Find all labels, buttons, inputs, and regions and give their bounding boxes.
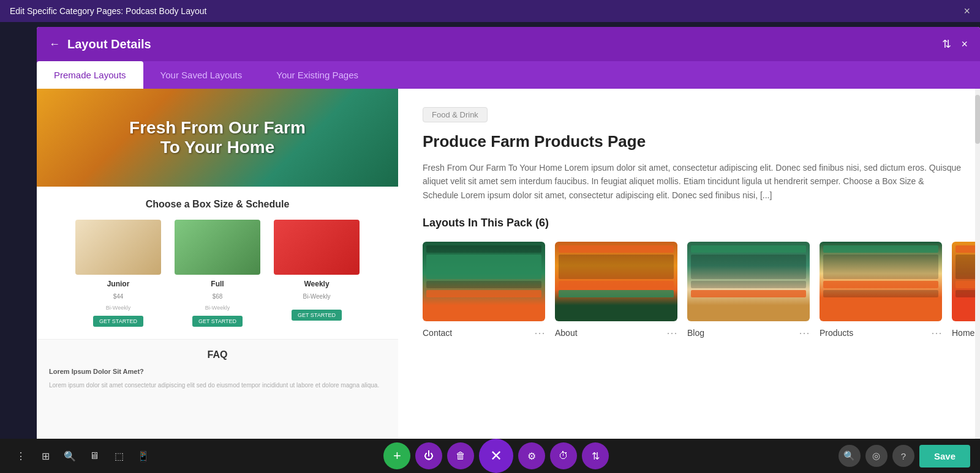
close-button[interactable]: ✕ [479, 439, 513, 473]
layout-thumb-contact: Contact ⋯ [423, 242, 545, 340]
save-button[interactable]: Save [919, 445, 970, 467]
scrollbar-thumb[interactable] [975, 95, 980, 144]
preview-box-sub-2: $68 [213, 293, 223, 300]
preview-faq-text: Lorem ipsum dolor sit amet consectetur a… [49, 381, 386, 390]
modal-header-left: ← Layout Details [49, 37, 151, 51]
title-bar-text: Edit Specific Category Pages: Podcast Bo… [10, 6, 206, 16]
preview-box-desc-2: Bi-Weekly [205, 305, 230, 311]
modal-close-icon[interactable]: × [961, 38, 968, 51]
layout-thumb-footer-about: About ⋯ [555, 326, 677, 340]
preview-hero-title: Fresh From Our Farm To Your Home [129, 118, 306, 157]
layout-preview: Fresh From Our Farm To Your Home Choose … [37, 89, 398, 439]
search-right-icon[interactable]: 🔍 [839, 445, 861, 467]
layout-name-contact: Contact [423, 328, 452, 338]
delete-button[interactable]: 🗑 [447, 442, 474, 469]
toolbar-tablet-icon[interactable]: ⬚ [108, 445, 130, 467]
preview-boxes: Junior $44 Bi-Weekly GET STARTED Full $6… [49, 220, 386, 327]
layout-thumb-footer-products: Products ⋯ [820, 326, 942, 340]
preview-box-img-2 [175, 220, 260, 275]
toolbar-grid-icon[interactable]: ⊞ [34, 445, 56, 467]
preview-box-sub-1: $44 [113, 293, 124, 300]
layout-thumb-img-blog [687, 242, 810, 321]
layout-thumb-blog: Blog ⋯ [687, 242, 810, 340]
layout-name-products: Products [820, 328, 853, 338]
category-badge: Food & Drink [423, 107, 488, 122]
bottom-toolbar: ⋮ ⊞ 🔍 🖥 ⬚ 📱 + ⏻ 🗑 ✕ ⚙ ⏱ ⇅ 🔍 ◎ ? Save [0, 439, 980, 473]
layout-thumb-img-products [820, 242, 942, 321]
pack-title: Layouts In This Pack (6) [423, 217, 962, 229]
sort-button[interactable]: ⇅ [582, 442, 609, 469]
preview-faq-subtitle: Lorem Ipsum Dolor Sit Amet? [49, 367, 386, 377]
preview-box-full: Full $68 Bi-Weekly GET STARTED [172, 220, 263, 327]
toolbar-left: ⋮ ⊞ 🔍 🖥 ⬚ 📱 [0, 445, 164, 467]
product-title: Produce Farm Products Page [423, 132, 962, 151]
modal-header: ← Layout Details ⇅ × [37, 27, 980, 61]
tab-premade[interactable]: Premade Layouts [37, 61, 143, 89]
sort-icon[interactable]: ⇅ [942, 37, 951, 51]
title-bar: Edit Specific Category Pages: Podcast Bo… [0, 0, 980, 22]
scrollbar-track [975, 89, 980, 471]
product-description: Fresh From Our Farm To Your Home Lorem i… [423, 161, 962, 202]
preview-box-label-3: Weekly [304, 280, 329, 288]
tabs-bar: Premade Layouts Your Saved Layouts Your … [37, 61, 980, 89]
layout-name-blog: Blog [687, 328, 704, 338]
layout-name-home: Home [952, 328, 974, 338]
layout-thumb-products: Products ⋯ [820, 242, 942, 340]
toolbar-search-icon[interactable]: 🔍 [59, 445, 81, 467]
right-panel: Food & Drink Produce Farm Products Page … [398, 89, 980, 471]
toolbar-dots-icon[interactable]: ⋮ [10, 445, 32, 467]
toolbar-right: 🔍 ◎ ? Save [829, 445, 980, 467]
preview-box-btn-3[interactable]: GET STARTED [292, 310, 342, 321]
preview-box-img-3 [274, 220, 360, 275]
preview-box-img-1 [75, 220, 161, 275]
layout-name-about: About [555, 328, 578, 338]
preview-box-label-1: Junior [107, 280, 130, 288]
layout-thumb-footer-contact: Contact ⋯ [423, 326, 545, 340]
toolbar-desktop-icon[interactable]: 🖥 [83, 445, 105, 467]
toolbar-mobile-icon[interactable]: 📱 [132, 445, 154, 467]
settings-button[interactable]: ⚙ [518, 442, 545, 469]
preview-box-btn-1[interactable]: GET STARTED [93, 316, 143, 327]
layout-menu-contact[interactable]: ⋯ [534, 326, 545, 340]
tab-saved[interactable]: Your Saved Layouts [143, 61, 260, 89]
preview-section-title: Choose a Box Size & Schedule [49, 199, 386, 210]
left-panel: Fresh From Our Farm To Your Home Choose … [37, 89, 398, 471]
toolbar-center: + ⏻ 🗑 ✕ ⚙ ⏱ ⇅ [164, 439, 829, 473]
add-button[interactable]: + [383, 442, 410, 469]
preview-hero: Fresh From Our Farm To Your Home [37, 89, 398, 187]
preview-box-weekly: Weekly Bi-Weekly GET STARTED [271, 220, 363, 327]
modal: ← Layout Details ⇅ × Premade Layouts You… [37, 27, 980, 471]
preview-box-btn-2[interactable]: GET STARTED [192, 316, 243, 327]
layout-thumb-about: About ⋯ [555, 242, 677, 340]
preview-box-sub-3: Bi-Weekly [303, 293, 331, 300]
power-button[interactable]: ⏻ [415, 442, 442, 469]
layout-thumb-footer-blog: Blog ⋯ [687, 326, 810, 340]
preview-faq-title: FAQ [49, 349, 386, 360]
layout-menu-about[interactable]: ⋯ [666, 326, 677, 340]
modal-header-right: ⇅ × [942, 37, 968, 51]
layouts-grid: Contact ⋯ About [423, 242, 962, 340]
preview-faq-section: FAQ Lorem Ipsum Dolor Sit Amet? Lorem ip… [37, 339, 398, 400]
main-content: Fresh From Our Farm To Your Home Choose … [37, 89, 980, 471]
layout-menu-blog[interactable]: ⋯ [799, 326, 810, 340]
preview-box-junior: Junior $44 Bi-Weekly GET STARTED [72, 220, 164, 327]
layout-thumb-img-contact [423, 242, 545, 321]
history-button[interactable]: ⏱ [550, 442, 577, 469]
help-icon[interactable]: ? [892, 445, 914, 467]
preview-box-label-2: Full [211, 280, 224, 288]
layout-menu-products[interactable]: ⋯ [931, 326, 942, 340]
layout-thumb-img-about [555, 242, 677, 321]
layers-icon[interactable]: ◎ [865, 445, 888, 467]
title-bar-close[interactable]: × [963, 5, 970, 18]
modal-title: Layout Details [67, 37, 151, 51]
preview-schedule-section: Choose a Box Size & Schedule Junior $44 … [37, 187, 398, 339]
tab-existing[interactable]: Your Existing Pages [259, 61, 375, 89]
preview-box-desc-1: Bi-Weekly [106, 305, 130, 311]
back-icon[interactable]: ← [49, 38, 60, 51]
